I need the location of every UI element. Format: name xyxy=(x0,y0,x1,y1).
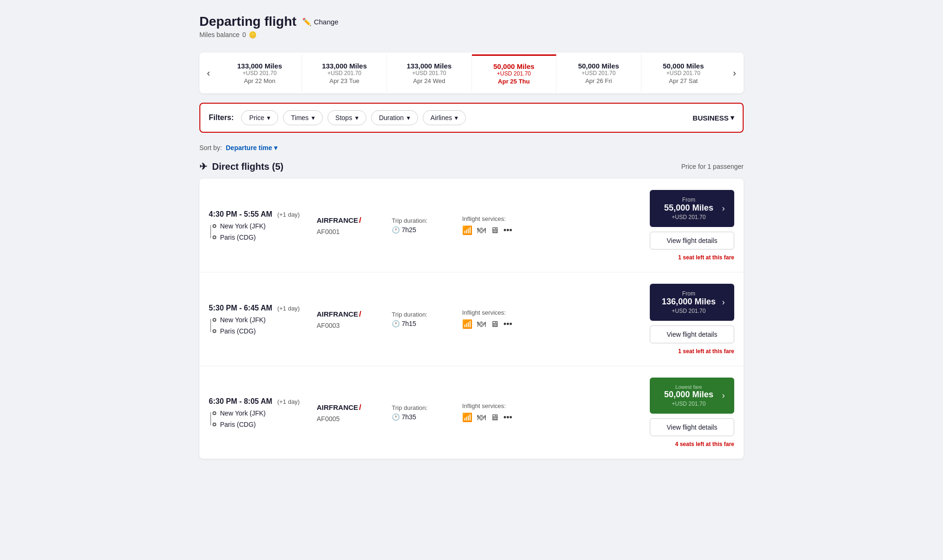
origin-0: New York (JFK) xyxy=(213,222,312,230)
clock-icon-0: 🕐 xyxy=(392,226,400,234)
price-filter-button[interactable]: Price ▾ xyxy=(241,110,278,125)
page-header: Departing flight ✏️ Change Miles balance… xyxy=(199,14,744,38)
date-selector: ‹ 133,000 Miles +USD 201.70 Apr 22 Mon 1… xyxy=(199,53,744,93)
flight-info-0: 4:30 PM - 5:55 AM (+1 day) New York (JFK… xyxy=(209,210,312,241)
date-tab-1[interactable]: 133,000 Miles +USD 201.70 Apr 23 Tue xyxy=(302,54,387,91)
airline-info-2: AIRFRANCE/ AF0005 xyxy=(312,403,387,423)
sort-select-button[interactable]: Departure time ▾ xyxy=(226,144,277,151)
airline-info-0: AIRFRANCE/ AF0001 xyxy=(312,216,387,235)
chevron-down-icon: ▾ xyxy=(274,144,277,151)
flight-info-2: 6:30 PM - 8:05 AM (+1 day) New York (JFK… xyxy=(209,397,312,428)
miles-balance: Miles balance 0 🪙 xyxy=(199,31,338,38)
chevron-down-icon: ▾ xyxy=(267,114,270,121)
chevron-down-icon: ▾ xyxy=(312,114,315,121)
change-button[interactable]: ✏️ Change xyxy=(302,17,339,26)
dest-dot-0 xyxy=(213,235,216,239)
af-slash-icon: / xyxy=(359,216,361,225)
date-tabs: 133,000 Miles +USD 201.70 Apr 22 Mon 133… xyxy=(218,54,726,91)
price-note: Price for 1 passenger xyxy=(681,163,744,170)
flight-number-1: AF0003 xyxy=(317,322,382,329)
view-details-button-0[interactable]: View flight details xyxy=(650,232,734,250)
page-title: Departing flight xyxy=(199,14,297,29)
destination-2: Paris (CDG) xyxy=(213,421,312,428)
inflight-info-0: Inflight services: 📶 🍽 🖥 ••• xyxy=(457,215,551,235)
chevron-right-icon-2: › xyxy=(722,391,725,401)
airline-info-1: AIRFRANCE/ AF0003 xyxy=(312,310,387,329)
clock-icon-2: 🕐 xyxy=(392,413,400,421)
dest-dot-2 xyxy=(213,423,216,426)
date-tab-5[interactable]: 50,000 Miles +USD 201.70 Apr 27 Sat xyxy=(641,54,726,91)
filters-left: Filters: Price ▾ Times ▾ Stops ▾ Duratio… xyxy=(209,110,466,125)
af-slash-icon: / xyxy=(359,403,361,412)
section-title: ✈ Direct flights (5) xyxy=(199,161,283,172)
route-line-0 xyxy=(210,225,211,238)
price-section-2: Lowest fare 50,000 Miles +USD 201.70 › V… xyxy=(551,378,734,447)
price-button-0[interactable]: From 55,000 Miles +USD 201.70 › xyxy=(650,190,734,227)
filters-bar: Filters: Price ▾ Times ▾ Stops ▾ Duratio… xyxy=(199,103,744,133)
flight-day-badge-2: (+1 day) xyxy=(277,398,300,405)
view-details-button-1[interactable]: View flight details xyxy=(650,325,734,343)
chevron-down-icon: ▾ xyxy=(730,114,734,122)
date-tab-2[interactable]: 133,000 Miles +USD 201.70 Apr 24 Wed xyxy=(387,54,472,91)
more-icon-2: ••• xyxy=(503,413,512,423)
coin-icon: 🪙 xyxy=(249,31,257,38)
times-filter-button[interactable]: Times ▾ xyxy=(283,110,323,125)
origin-dot-1 xyxy=(213,318,216,322)
wifi-icon-2: 📶 xyxy=(462,412,472,423)
clock-icon-1: 🕐 xyxy=(392,320,400,327)
wifi-icon-0: 📶 xyxy=(462,225,472,235)
origin-dot-0 xyxy=(213,224,216,228)
dest-dot-1 xyxy=(213,329,216,333)
duration-filter-button[interactable]: Duration ▾ xyxy=(371,110,418,125)
meal-icon-0: 🍽 xyxy=(477,226,486,235)
screen-icon-2: 🖥 xyxy=(490,413,499,423)
date-tab-4[interactable]: 50,000 Miles +USD 201.70 Apr 26 Fri xyxy=(556,54,641,91)
view-details-button-2[interactable]: View flight details xyxy=(650,418,734,436)
duration-info-0: Trip duration: 🕐 7h25 xyxy=(387,217,457,234)
chevron-right-icon-0: › xyxy=(722,204,725,213)
sort-bar: Sort by: Departure time ▾ xyxy=(199,144,744,151)
route-line-1 xyxy=(210,319,211,332)
seats-left-2: 4 seats left at this fare xyxy=(675,441,734,447)
flights-list: 4:30 PM - 5:55 AM (+1 day) New York (JFK… xyxy=(199,179,744,459)
chevron-right-icon-1: › xyxy=(722,297,725,307)
airlines-filter-button[interactable]: Airlines ▾ xyxy=(423,110,466,125)
screen-icon-0: 🖥 xyxy=(490,226,499,235)
inflight-info-1: Inflight services: 📶 🍽 🖥 ••• xyxy=(457,309,551,329)
meal-icon-2: 🍽 xyxy=(477,413,486,423)
date-tab-0[interactable]: 133,000 Miles +USD 201.70 Apr 22 Mon xyxy=(218,54,303,91)
cabin-filter-button[interactable]: BUSINESS ▾ xyxy=(692,114,734,122)
section-header: ✈ Direct flights (5) Price for 1 passeng… xyxy=(199,161,744,172)
airline-name-2: AIRFRANCE/ xyxy=(317,403,382,412)
flight-card-2: 6:30 PM - 8:05 AM (+1 day) New York (JFK… xyxy=(199,366,744,459)
sort-label: Sort by: xyxy=(199,144,222,151)
price-button-2[interactable]: Lowest fare 50,000 Miles +USD 201.70 › xyxy=(650,378,734,414)
origin-dot-2 xyxy=(213,411,216,415)
seats-left-0: 1 seat left at this fare xyxy=(678,254,734,261)
seats-left-1: 1 seat left at this fare xyxy=(678,348,734,355)
flight-route-1: New York (JFK) Paris (CDG) xyxy=(209,316,312,335)
date-tab-3[interactable]: 50,000 Miles +USD 201.70 Apr 25 Thu xyxy=(472,54,557,91)
flight-time-0: 4:30 PM - 5:55 AM (+1 day) xyxy=(209,210,312,219)
destination-1: Paris (CDG) xyxy=(213,327,312,335)
airline-name-0: AIRFRANCE/ xyxy=(317,216,382,225)
meal-icon-1: 🍽 xyxy=(477,319,486,329)
duration-info-1: Trip duration: 🕐 7h15 xyxy=(387,311,457,327)
flight-card-1: 5:30 PM - 6:45 AM (+1 day) New York (JFK… xyxy=(199,272,744,366)
more-icon-0: ••• xyxy=(503,226,512,235)
origin-1: New York (JFK) xyxy=(213,316,312,324)
next-date-button[interactable]: › xyxy=(725,63,744,83)
route-line-2 xyxy=(210,412,211,425)
prev-date-button[interactable]: ‹ xyxy=(199,63,218,83)
stops-filter-button[interactable]: Stops ▾ xyxy=(327,110,366,125)
airline-name-1: AIRFRANCE/ xyxy=(317,310,382,319)
wifi-icon-1: 📶 xyxy=(462,319,472,329)
flight-time-2: 6:30 PM - 8:05 AM (+1 day) xyxy=(209,397,312,406)
flight-route-2: New York (JFK) Paris (CDG) xyxy=(209,409,312,428)
price-button-1[interactable]: From 136,000 Miles +USD 201.70 › xyxy=(650,284,734,321)
inflight-info-2: Inflight services: 📶 🍽 🖥 ••• xyxy=(457,402,551,423)
filters-label: Filters: xyxy=(209,114,234,122)
pencil-icon: ✏️ xyxy=(302,17,312,26)
more-icon-1: ••• xyxy=(503,319,512,329)
origin-2: New York (JFK) xyxy=(213,409,312,417)
